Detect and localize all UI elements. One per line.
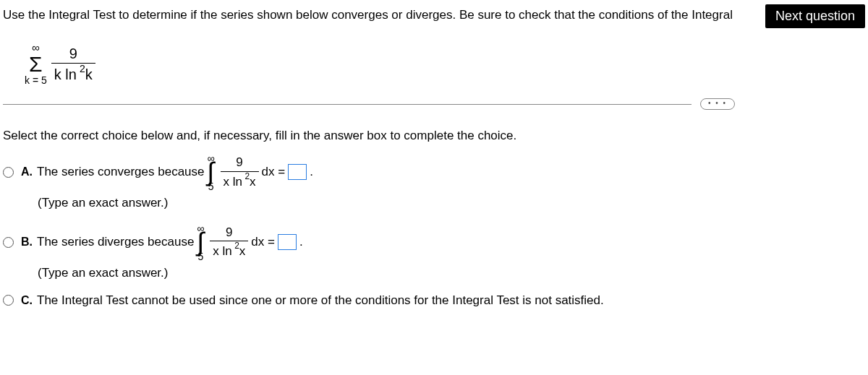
integral-a-symbol: ∫ [208, 162, 215, 183]
series-numerator: 9 [67, 46, 80, 63]
series-expression: ∞ Σ k = 5 9 k ln 2k [0, 28, 868, 98]
choice-a-content: The series converges because ∞ ∫ 5 9 x l… [37, 153, 313, 191]
integrand-b-denominator: x ln 2x [210, 241, 248, 258]
choice-a-hint: (Type an exact answer.) [3, 196, 865, 210]
integral-b-lower: 5 [197, 251, 203, 262]
integrand-b-numerator: 9 [223, 226, 235, 241]
choice-label-a: A. [21, 165, 37, 178]
integral-a-lower: 5 [208, 181, 214, 191]
next-question-button[interactable]: Next question [765, 4, 865, 28]
choice-c-content: The Integral Test cannot be used since o… [37, 293, 604, 308]
choice-label-c: C. [21, 294, 37, 307]
sigma-lower-limit: k = 5 [25, 75, 47, 85]
integral-b-symbol: ∫ [197, 232, 204, 253]
choice-b-content: The series diverges because ∞ ∫ 5 9 x ln… [37, 223, 303, 262]
integrand-a-denominator: x ln 2x [221, 171, 259, 189]
sigma-upper-limit: ∞ [32, 42, 40, 53]
select-prompt: Select the correct choice below and, if … [0, 110, 868, 153]
integrand-a-numerator: 9 [233, 156, 245, 171]
radio-choice-c[interactable] [3, 295, 14, 306]
more-options-button[interactable]: • • • [700, 98, 735, 110]
choice-b-hint: (Type an exact answer.) [3, 266, 865, 280]
radio-choice-b[interactable] [3, 237, 14, 248]
answer-input-a[interactable] [288, 164, 307, 180]
choice-label-b: B. [21, 236, 37, 249]
radio-choice-a[interactable] [3, 167, 14, 178]
answer-input-b[interactable] [278, 234, 297, 250]
series-denominator: k ln 2k [51, 63, 95, 82]
sigma-symbol: Σ [29, 54, 43, 74]
divider-line [3, 104, 692, 105]
instruction-text: Use the Integral Test to determine if th… [3, 4, 760, 23]
